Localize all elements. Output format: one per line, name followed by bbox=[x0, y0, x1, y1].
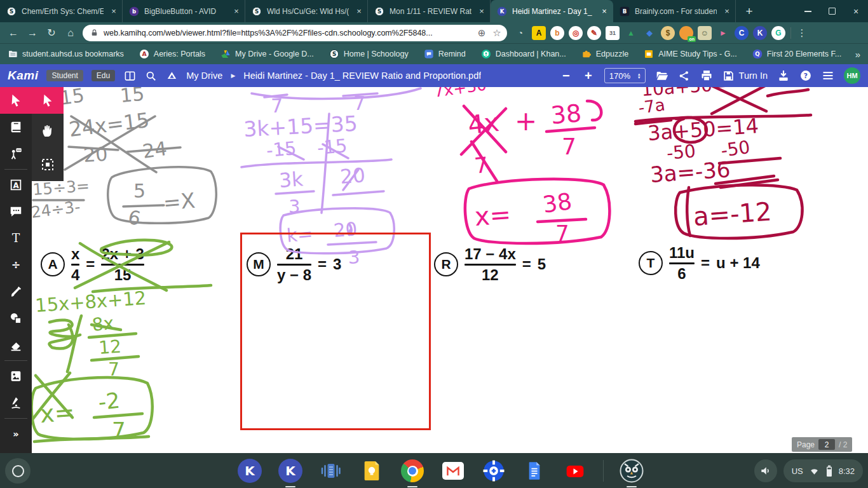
text-tool[interactable]: T bbox=[0, 225, 32, 252]
extension-dial-icon[interactable]: ◔ bbox=[513, 26, 527, 40]
back-button[interactable]: ← bbox=[4, 24, 23, 42]
bookmark-9[interactable]: QFirst 20 Elements F... bbox=[752, 49, 841, 59]
gmail-app[interactable] bbox=[440, 458, 466, 484]
bookmark-8[interactable]: AIME Study Tips - G... bbox=[644, 49, 737, 59]
expand-tools[interactable]: » bbox=[0, 421, 32, 447]
zoom-out-button[interactable]: − bbox=[560, 67, 573, 84]
eraser-tool[interactable] bbox=[0, 332, 32, 358]
voice-app[interactable] bbox=[318, 458, 344, 484]
extension-on-task-icon[interactable]: ●on bbox=[679, 26, 693, 40]
flyout-pan-tool[interactable] bbox=[32, 114, 64, 147]
browser-tab-1[interactable]: SChem/Erth Sys: Chem/E× bbox=[0, 0, 123, 22]
extension-buddy-icon[interactable]: ☺ bbox=[698, 26, 712, 40]
tab-close-icon[interactable]: × bbox=[599, 6, 609, 17]
dictionary-tool[interactable] bbox=[0, 114, 32, 140]
close-window-button[interactable]: × bbox=[844, 0, 868, 22]
split-view-button[interactable] bbox=[123, 67, 136, 84]
tab-close-icon[interactable]: × bbox=[231, 6, 241, 17]
zoom-level-select[interactable]: 170% ▴▾ bbox=[604, 68, 646, 83]
maximize-button[interactable] bbox=[820, 0, 844, 22]
breadcrumb-my-drive[interactable]: My Drive bbox=[186, 71, 222, 81]
keep-app[interactable] bbox=[359, 458, 384, 484]
new-tab-button[interactable]: + bbox=[740, 2, 759, 21]
tab-close-icon[interactable]: × bbox=[109, 6, 119, 17]
browser-tab-3[interactable]: SWld Hs/Cu/Ge: Wld Hs/(× bbox=[245, 0, 368, 22]
forward-button[interactable]: → bbox=[23, 24, 42, 42]
home-button[interactable]: ⌂ bbox=[61, 24, 80, 42]
chrome-app[interactable] bbox=[400, 458, 425, 484]
browser-tab-4[interactable]: SMon 1/11 - REVIEW Rati× bbox=[368, 0, 491, 22]
browser-tab-6[interactable]: BBrainly.com - For studen× bbox=[613, 0, 736, 22]
flyout-select-tool[interactable] bbox=[32, 87, 64, 114]
drawing-tool[interactable] bbox=[0, 278, 32, 305]
bookmark-2[interactable]: AAeries: Portals bbox=[139, 49, 205, 59]
extension-calendar-31-icon[interactable]: 31 bbox=[606, 26, 620, 40]
tab-close-icon[interactable]: × bbox=[477, 6, 487, 17]
extension-target-icon[interactable]: ◎ bbox=[569, 26, 583, 40]
extension-editor-disabled-icon[interactable]: ✎ bbox=[587, 26, 601, 40]
pdf-canvas[interactable]: A x4 = 2x + 315 M 21y − 8 = 3 R 17 − 4x1… bbox=[32, 87, 868, 453]
kami-logo[interactable]: Kami bbox=[8, 69, 38, 83]
text-to-speech-tool[interactable] bbox=[0, 140, 32, 167]
reload-button[interactable]: ↻ bbox=[42, 24, 61, 42]
bookmark-star-icon[interactable]: ☆ bbox=[489, 25, 505, 41]
owl-app[interactable] bbox=[619, 458, 644, 484]
docs-app[interactable] bbox=[522, 458, 547, 484]
bookmark-1[interactable]: student.auhsd.us bookmarks bbox=[8, 49, 124, 59]
kami-app-2[interactable]: K bbox=[278, 458, 303, 484]
flyout-marquee-tool[interactable] bbox=[32, 147, 64, 181]
turn-in-button[interactable]: Turn In bbox=[722, 70, 768, 82]
open-file-button[interactable] bbox=[655, 67, 668, 84]
bookmark-3[interactable]: My Drive - Google D... bbox=[220, 49, 314, 59]
kami-app[interactable]: K bbox=[237, 458, 262, 484]
download-button[interactable] bbox=[777, 67, 790, 84]
zoom-in-button[interactable]: + bbox=[582, 67, 595, 84]
tab-close-icon[interactable]: × bbox=[722, 6, 732, 17]
print-button[interactable] bbox=[700, 67, 713, 84]
bookmark-6[interactable]: Dashboard | Khan... bbox=[481, 49, 566, 59]
browser-tab-2[interactable]: bBigBlueButton - AVID× bbox=[123, 0, 245, 22]
launcher-button[interactable] bbox=[5, 458, 31, 484]
status-tray[interactable]: US 8:32 bbox=[783, 459, 863, 482]
svg-text:7: 7 bbox=[108, 359, 119, 380]
extension-money-bag-icon[interactable]: $ bbox=[661, 26, 675, 40]
search-button[interactable] bbox=[144, 67, 157, 84]
bookmark-4[interactable]: SHome | Schoology bbox=[329, 49, 409, 59]
markup-tool[interactable]: A bbox=[0, 172, 32, 198]
browser-tab-5[interactable]: KHeidi Martinez - Day 1_ F× bbox=[491, 0, 613, 22]
extension-pink-bird-icon[interactable]: ► bbox=[716, 26, 730, 40]
shapes-tool[interactable] bbox=[0, 305, 32, 332]
comment-tool[interactable] bbox=[0, 198, 32, 225]
minimize-button[interactable] bbox=[796, 0, 820, 22]
help-button[interactable]: ? bbox=[799, 67, 812, 84]
tab-close-icon[interactable]: × bbox=[354, 6, 364, 17]
extension-kami-icon[interactable]: K bbox=[753, 26, 767, 40]
extension-honey-icon[interactable]: b bbox=[550, 26, 564, 40]
page-number-input[interactable]: 2 bbox=[818, 439, 835, 450]
bookmark-5[interactable]: Remind bbox=[424, 49, 466, 59]
extension-gem-icon[interactable]: ◆ bbox=[642, 26, 656, 40]
select-tool[interactable] bbox=[0, 87, 32, 114]
bookmarks-overflow-button[interactable]: » bbox=[855, 49, 860, 60]
goguardian-app[interactable] bbox=[481, 458, 506, 484]
document-title[interactable]: Heidi Martinez - Day 1_ REVIEW Ratio and… bbox=[243, 71, 481, 81]
avatar[interactable]: HM bbox=[844, 67, 860, 84]
extension-adblock-icon[interactable]: A bbox=[532, 26, 546, 40]
address-bar[interactable]: web.kamihq.com/web/viewer.html?file=http… bbox=[83, 25, 507, 41]
schoology-icon: S bbox=[329, 49, 339, 59]
select-tool-flyout bbox=[32, 87, 64, 181]
youtube-app[interactable] bbox=[562, 458, 588, 484]
insert-media-tool[interactable] bbox=[0, 363, 32, 390]
volume-button[interactable] bbox=[754, 459, 777, 482]
bookmark-7[interactable]: Edpuzzle bbox=[581, 49, 628, 59]
signature-tool[interactable] bbox=[0, 390, 32, 416]
extension-grammarly-icon[interactable]: G bbox=[771, 26, 785, 40]
kami-menu-button[interactable] bbox=[822, 67, 834, 84]
browser-menu-button[interactable]: ⋮ bbox=[794, 27, 810, 39]
equation-tool[interactable]: ÷ bbox=[0, 252, 32, 278]
zoom-page-icon[interactable]: ⊕ bbox=[474, 25, 489, 41]
share-button[interactable] bbox=[678, 67, 691, 84]
annotation-selection-box[interactable] bbox=[240, 233, 431, 430]
extension-drive-icon[interactable]: ▲ bbox=[624, 26, 638, 40]
extension-c-icon[interactable]: C bbox=[735, 26, 749, 40]
